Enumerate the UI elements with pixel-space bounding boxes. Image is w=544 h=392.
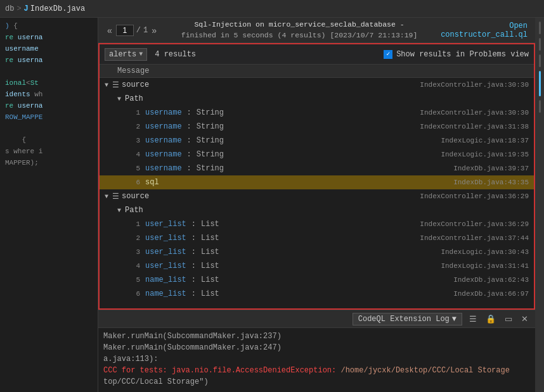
row-value: user_list <box>145 234 186 243</box>
row-type: List <box>201 262 219 270</box>
data-row-highlighted[interactable]: 6 sql IndexDb.java:43:35 <box>100 175 534 189</box>
row-colon: : <box>187 164 191 173</box>
query-header: « / 1 » Sql-Injection on micro_service_s… <box>98 18 535 43</box>
row-file-ref: IndexLogic.java:30:43 <box>441 248 529 256</box>
row-value: user_list <box>145 262 186 270</box>
breadcrumb-db[interactable]: db <box>5 4 14 13</box>
main-area: ) { re userna username re userna ional<S… <box>0 18 544 392</box>
data-row[interactable]: 5 username : String IndexDb.java:39:37 <box>100 161 534 175</box>
row-num: 1 <box>130 109 140 117</box>
group-row[interactable]: ▼ ☰ source IndexController.java:36:29 <box>100 189 534 203</box>
filter-label: alerts <box>109 50 136 59</box>
data-row[interactable]: 3 username : String IndexLogic.java:18:3… <box>100 134 534 148</box>
log-dropdown[interactable]: CodeQL Extension Log ▼ <box>353 313 462 326</box>
list-icon: ☰ <box>112 80 119 90</box>
code-line <box>0 123 98 134</box>
log-dropdown-arrow-icon: ▼ <box>452 315 457 324</box>
data-row[interactable]: 2 username : String IndexController.java… <box>100 120 534 134</box>
row-colon: : <box>191 275 196 284</box>
row-type: String <box>197 122 224 131</box>
log-close-button[interactable]: ✕ <box>519 314 530 324</box>
row-value: username <box>145 108 182 117</box>
row-value: username <box>145 136 182 145</box>
log-line: a.java:113): <box>103 353 530 365</box>
results-list[interactable]: ▼ ☰ source IndexController.java:30:30 ▼ … <box>100 78 534 308</box>
row-colon: : <box>191 262 196 270</box>
log-popout-button[interactable]: ▭ <box>503 314 514 324</box>
code-line: re userna <box>0 54 98 66</box>
subgroup-expand-icon: ▼ <box>117 96 121 103</box>
nav-prev-button[interactable]: « <box>106 25 113 35</box>
row-file-ref: IndexController.java:36:29 <box>420 220 529 228</box>
data-row[interactable]: 1 user_list : List IndexController.java:… <box>100 217 534 231</box>
row-num: 1 <box>130 220 140 228</box>
subgroup-row[interactable]: ▼ Path <box>100 203 534 217</box>
row-colon: : <box>191 220 196 229</box>
row-num: 5 <box>130 276 140 284</box>
data-row[interactable]: 1 username : String IndexController.java… <box>100 106 534 120</box>
results-panel: alerts ▼ 4 results Show results in Probl… <box>98 43 535 310</box>
subgroup-row[interactable]: ▼ Path <box>100 92 534 106</box>
row-colon: : <box>191 289 196 298</box>
data-row[interactable]: 5 name_list : List IndexDb.java:62:43 <box>100 273 534 287</box>
open-link[interactable]: Open <box>441 22 528 30</box>
row-num: 4 <box>130 151 140 158</box>
row-type: String <box>197 136 224 145</box>
activity-indicator <box>539 38 541 51</box>
row-num: 4 <box>130 262 140 270</box>
data-row[interactable]: 6 name_list : List IndexDb.java:66:97 <box>100 287 534 301</box>
row-colon: : <box>187 122 191 131</box>
filter-dropdown[interactable]: alerts ▼ <box>105 48 147 61</box>
row-colon: : <box>187 136 191 145</box>
code-line: idents wh <box>0 89 98 100</box>
show-problems-label: Show results in Problems view <box>396 50 529 59</box>
dropdown-arrow-icon: ▼ <box>139 51 143 58</box>
group-label: source <box>122 192 149 201</box>
row-file-ref: IndexController.java:31:38 <box>420 123 529 130</box>
nav-next-button[interactable]: » <box>150 25 158 35</box>
row-type: List <box>201 234 219 243</box>
code-panel: ) { re userna username re userna ional<S… <box>0 18 98 392</box>
group-expand-icon: ▼ <box>105 193 108 200</box>
data-row[interactable]: 4 username : String IndexLogic.java:19:3… <box>100 148 534 161</box>
breadcrumb-sep1: > <box>16 4 21 13</box>
page-input[interactable] <box>116 25 134 36</box>
page-total: 1 <box>143 26 148 35</box>
row-num: 5 <box>130 165 140 172</box>
row-colon: : <box>191 248 196 256</box>
row-file-ref: IndexLogic.java:31:41 <box>441 262 529 270</box>
row-value: username <box>145 164 182 173</box>
row-file-ref: IndexLogic.java:18:37 <box>441 137 529 144</box>
code-line <box>0 66 98 77</box>
row-num: 6 <box>130 179 140 186</box>
data-row[interactable]: 2 user_list : List IndexController.java:… <box>100 231 534 245</box>
data-row[interactable]: 3 user_list : List IndexLogic.java:30:43 <box>100 245 534 259</box>
log-line: Maker.runMain(SubcommandMaker.java:247) <box>103 342 530 353</box>
row-value: name_list <box>145 289 186 298</box>
row-num: 3 <box>130 137 140 144</box>
row-file-ref: IndexController.java:37:44 <box>420 234 529 242</box>
row-colon: : <box>191 234 196 243</box>
activity-bar <box>535 18 544 392</box>
row-type: String <box>197 108 224 117</box>
code-line: { <box>0 134 98 146</box>
log-line: CCC for tests: java.nio.file.AccessDenie… <box>103 365 530 376</box>
group-row[interactable]: ▼ ☰ source IndexController.java:30:30 <box>100 78 534 92</box>
log-settings-button[interactable]: ☰ <box>467 314 479 324</box>
row-num: 3 <box>130 248 140 256</box>
code-line: username <box>0 43 98 54</box>
open-file-link[interactable]: constructor_call.ql <box>441 30 528 39</box>
row-file-ref: IndexDb.java:66:97 <box>453 290 529 298</box>
group-file-ref: IndexController.java:30:30 <box>420 81 529 89</box>
log-lock-button[interactable]: 🔒 <box>484 314 498 324</box>
data-row[interactable]: 4 user_list : List IndexLogic.java:31:41 <box>100 259 534 273</box>
row-value: user_list <box>145 248 186 256</box>
row-value: name_list <box>145 275 186 284</box>
subgroup-expand-icon: ▼ <box>117 207 121 214</box>
breadcrumb-file[interactable]: IndexDb.java <box>30 4 85 13</box>
row-value: sql <box>145 178 159 187</box>
show-problems-checkbox[interactable] <box>384 50 392 59</box>
code-line: MAPPER); <box>0 157 98 168</box>
row-colon: : <box>187 150 191 159</box>
column-header: Message <box>100 65 534 78</box>
